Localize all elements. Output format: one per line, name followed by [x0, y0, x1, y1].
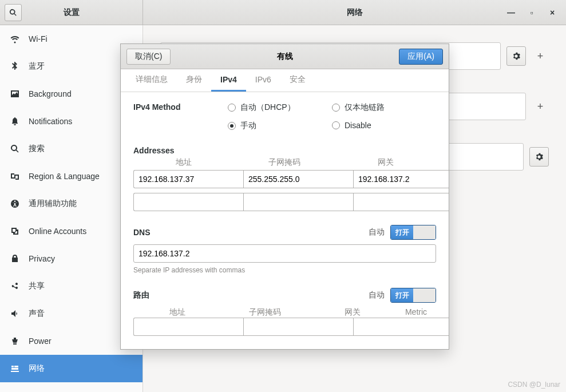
search-icon — [10, 144, 19, 153]
search-icon — [9, 9, 17, 17]
radio-auto-dhcp[interactable]: 自动（DHCP） — [228, 102, 332, 113]
sidebar-item-label: Online Accounts — [29, 227, 86, 236]
sound-icon — [10, 309, 19, 318]
routes-auto-label: 自动 — [369, 290, 385, 300]
settings-gear-button[interactable] — [506, 46, 526, 66]
privacy-icon — [10, 254, 19, 263]
sidebar-item-network[interactable]: 网络 — [0, 355, 143, 382]
tab-4[interactable]: 安全 — [280, 69, 315, 92]
accounts-icon — [10, 227, 19, 236]
tab-1[interactable]: 身份 — [177, 69, 211, 92]
settings-gear-button[interactable] — [529, 147, 549, 167]
tab-0[interactable]: 详细信息 — [126, 69, 177, 92]
window-controls: — ▫ × — [501, 4, 563, 21]
address-row: ✕ — [133, 193, 436, 211]
routes-label: 路由 — [133, 290, 149, 300]
addresses-label: Addresses — [133, 146, 436, 155]
minimize-button[interactable]: — — [501, 4, 521, 21]
tab-3[interactable]: IPv6 — [246, 69, 280, 92]
sidebar-item-label: 声音 — [29, 308, 45, 319]
gear-icon — [535, 153, 543, 161]
dns-hint: Separate IP addresses with commas — [133, 266, 436, 274]
routes-auto-switch[interactable]: 打开 — [390, 288, 436, 303]
titlebar-left: 设置 — [0, 0, 143, 25]
ipv4-method-label: IPv4 Method — [133, 102, 228, 139]
sidebar-item-label: 通用辅助功能 — [29, 199, 77, 209]
radio-disable[interactable]: Disable — [332, 121, 436, 130]
route-headers: 地址 子网掩码 网关 Metric — [133, 307, 436, 318]
radio-link-local[interactable]: 仅本地链路 — [332, 102, 436, 113]
bluetooth-icon — [10, 62, 19, 71]
cancel-button[interactable]: 取消(C) — [126, 49, 171, 65]
route-address-input[interactable] — [133, 318, 243, 336]
share-icon — [10, 282, 19, 291]
sidebar-item-label: Region & Language — [29, 172, 100, 181]
gateway-input[interactable] — [353, 170, 449, 188]
address-input[interactable] — [133, 193, 243, 211]
sidebar-item-label: 搜索 — [29, 144, 45, 154]
sidebar-item-label: Wi-Fi — [29, 34, 48, 43]
wifi-icon — [10, 34, 19, 43]
dns-auto-switch[interactable]: 打开 — [390, 225, 436, 240]
background-icon — [10, 89, 19, 98]
region-icon — [10, 172, 19, 181]
route-netmask-input[interactable] — [243, 318, 353, 336]
sidebar-item-label: Power — [29, 336, 52, 346]
maximize-button[interactable]: ▫ — [521, 4, 542, 21]
route-row: ✕ — [133, 318, 436, 336]
connection-dialog: 取消(C) 有线 应用(A) 详细信息身份IPv4IPv6安全 IPv4 Met… — [120, 43, 449, 350]
sidebar-item-label: 蓝牙 — [29, 61, 45, 72]
network-icon — [10, 364, 19, 373]
watermark: CSDN @D_lunar — [508, 381, 560, 389]
power-icon — [10, 336, 19, 346]
dns-label: DNS — [133, 228, 151, 237]
search-button[interactable] — [5, 4, 22, 21]
close-button[interactable]: × — [542, 4, 563, 21]
bell-icon — [10, 117, 19, 126]
dialog-body: IPv4 Method 自动（DHCP） 手动 仅本地链路 Disable Ad… — [121, 92, 449, 349]
apply-button[interactable]: 应用(A) — [399, 49, 443, 65]
netmask-input[interactable] — [243, 193, 353, 211]
gear-icon — [512, 52, 520, 60]
tab-2[interactable]: IPv4 — [211, 69, 246, 92]
dns-auto-label: 自动 — [369, 227, 385, 237]
address-headers: 地址 子网掩码 网关 — [133, 157, 436, 168]
netmask-input[interactable] — [243, 170, 353, 188]
dialog-header: 取消(C) 有线 应用(A) — [121, 44, 449, 69]
gateway-input[interactable] — [353, 193, 449, 211]
titlebar: 设置 网络 — ▫ × — [0, 0, 566, 25]
address-row: ✕ — [133, 170, 436, 188]
route-gateway-input[interactable] — [353, 318, 449, 336]
radio-manual[interactable]: 手动 — [228, 121, 332, 131]
dns-input[interactable] — [133, 244, 436, 263]
dialog-tabs: 详细信息身份IPv4IPv6安全 — [121, 69, 449, 92]
accessibility-icon — [10, 199, 19, 208]
sidebar-item-label: Notifications — [29, 117, 72, 126]
sidebar-item-label: Background — [29, 89, 72, 98]
titlebar-right: 网络 — ▫ × — [143, 0, 566, 25]
add-button[interactable]: + — [532, 47, 549, 65]
add-button[interactable]: + — [532, 98, 549, 115]
sidebar-item-label: Privacy — [29, 254, 55, 263]
sidebar-item-label: 网络 — [29, 363, 45, 374]
address-input[interactable] — [133, 170, 243, 188]
sidebar-item-label: 共享 — [29, 281, 45, 291]
